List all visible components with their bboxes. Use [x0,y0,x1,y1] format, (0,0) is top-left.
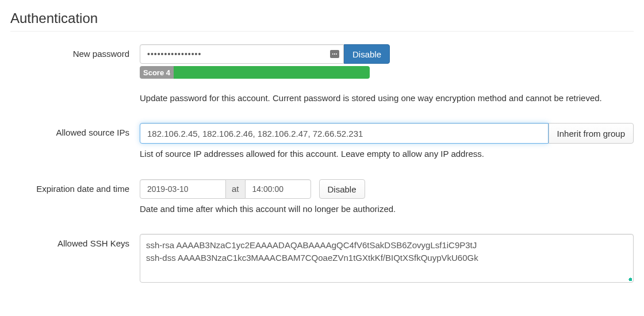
inherit-from-group-button[interactable]: Inherit from group [549,123,634,144]
password-help-text: Update password for this account. Curren… [140,91,634,105]
divider [10,31,634,32]
expiration-disable-button[interactable]: Disable [319,179,365,199]
expiration-help-text: Date and time after which this account w… [140,202,634,215]
expiration-at-addon: at [226,179,245,199]
page-title: Authentication [10,10,634,26]
new-password-label: New password [10,44,140,64]
password-score-badge: Score 4 [140,66,175,79]
ssh-keys-textarea[interactable] [140,234,634,283]
ssh-keys-label: Allowed SSH Keys [10,234,140,253]
allowed-ips-help-text: List of source IP addresses allowed for … [140,147,634,160]
password-disable-button[interactable]: Disable [344,44,390,64]
expiration-label: Expiration date and time [10,179,140,199]
expiration-time-input[interactable] [245,179,311,199]
allowed-ips-label: Allowed source IPs [10,123,140,142]
expiration-date-input[interactable] [140,179,226,199]
password-strength-bar [174,66,370,79]
allowed-ips-input[interactable] [140,123,549,144]
password-suggest-icon[interactable] [330,50,339,58]
new-password-input[interactable] [140,44,344,64]
